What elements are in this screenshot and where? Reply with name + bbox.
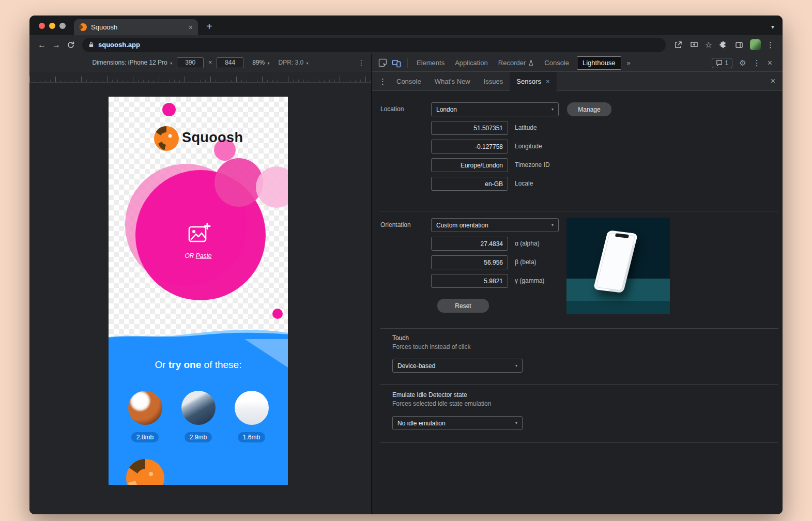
drawer-tab-whats-new[interactable]: What's New: [428, 72, 477, 91]
share-button[interactable]: [673, 40, 683, 50]
forward-button[interactable]: →: [49, 38, 64, 52]
zoom-window-button[interactable]: [59, 23, 66, 29]
zoom-dropdown[interactable]: 89% ▾: [252, 59, 269, 66]
orientation-3d-preview[interactable]: [566, 218, 670, 314]
idle-value: No idle emulation: [397, 420, 446, 427]
settings-gear-icon[interactable]: ⚙: [739, 59, 746, 67]
drawer-menu-icon[interactable]: ⋮: [376, 78, 390, 85]
timezone-input[interactable]: Europe/London: [431, 158, 508, 172]
latitude-input[interactable]: 51.507351: [431, 121, 508, 135]
profile-avatar[interactable]: [750, 39, 761, 50]
longitude-input[interactable]: -0.127758: [431, 140, 508, 154]
tab-console[interactable]: Console: [539, 54, 574, 72]
browser-menu-icon[interactable]: ⋮: [767, 41, 774, 49]
idle-title: Emulate Idle Detector state: [392, 391, 467, 399]
section-divider: [380, 442, 778, 443]
sample-images: 2.8mb 2.9mb 1.6mb: [109, 391, 288, 442]
devtools-panel: Elements Application Recorder Console Li…: [371, 54, 783, 514]
locale-input[interactable]: en-GB: [431, 177, 508, 191]
back-button[interactable]: ←: [35, 38, 49, 52]
dpr-dropdown[interactable]: DPR: 3.0 ▾: [279, 59, 309, 66]
gamma-input[interactable]: 5.9821: [431, 274, 508, 288]
close-devtools-icon[interactable]: ×: [768, 59, 772, 67]
chevron-down-icon: ▾: [170, 61, 172, 66]
samples-section: Or try one of these: 2.8mb 2.9mb: [109, 339, 288, 485]
open-in-new-icon: [674, 41, 682, 49]
sample-image-screenshot[interactable]: [235, 391, 269, 425]
drawer-tab-issues[interactable]: Issues: [477, 72, 510, 91]
minimize-window-button[interactable]: [49, 23, 55, 29]
close-sensors-tab-icon[interactable]: ×: [546, 78, 550, 85]
sensors-panel: Location London ▾ Manage 51.507351 Latit…: [372, 91, 783, 514]
drawer-tab-console[interactable]: Console: [390, 72, 428, 91]
inspect-element-button[interactable]: [377, 57, 389, 69]
bookmark-star-icon[interactable]: ☆: [705, 41, 712, 49]
devtools-menu-icon[interactable]: ⋮: [753, 59, 761, 67]
devtools-main-toolbar: Elements Application Recorder Console Li…: [372, 54, 783, 72]
devtools-drawer-toolbar: ⋮ Console What's New Issues Sensors × ×: [372, 72, 783, 91]
idle-select[interactable]: No idle emulation ▾: [392, 416, 523, 430]
touch-title: Touch: [392, 334, 409, 342]
chevron-down-icon: ▾: [547, 223, 554, 227]
squoosh-favicon-icon: [79, 23, 87, 31]
extensions-button[interactable]: [718, 40, 728, 50]
sample-image-artwork[interactable]: [181, 391, 216, 425]
more-tabs-chevron-icon[interactable]: »: [624, 59, 634, 67]
new-tab-button[interactable]: +: [206, 21, 212, 32]
sample-screenshot: 1.6mb: [235, 391, 269, 442]
address-bar[interactable]: squoosh.app: [82, 38, 666, 52]
window-content: Dimensions: iPhone 12 Pro ▾ 390 × 844 89…: [29, 54, 783, 514]
manage-button[interactable]: Manage: [567, 102, 611, 116]
reload-icon: [67, 41, 75, 49]
drawer-tab-sensors[interactable]: Sensors ×: [510, 72, 556, 91]
sample-red-panda: 2.8mb: [128, 391, 162, 442]
touch-value: Device-based: [397, 362, 435, 370]
device-toolbar-icon: [392, 58, 401, 68]
browser-tab[interactable]: Squoosh ×: [74, 19, 198, 35]
issues-count: 1: [725, 59, 729, 67]
device-toolbar-menu-icon[interactable]: ⋮: [358, 58, 365, 67]
viewport-height-input[interactable]: 844: [217, 57, 243, 68]
paste-link[interactable]: Paste: [196, 252, 212, 259]
tab-search-chevron-icon[interactable]: ▾: [771, 24, 774, 30]
tab-recorder[interactable]: Recorder: [493, 54, 539, 72]
install-app-button[interactable]: [689, 40, 699, 50]
beta-label: β (beta): [515, 255, 537, 269]
longitude-label: Longitude: [515, 140, 542, 154]
inspect-cursor-icon: [378, 58, 388, 68]
dimensions-times-label: ×: [208, 59, 212, 66]
issues-counter-button[interactable]: 1: [712, 58, 733, 68]
reset-button[interactable]: Reset: [437, 299, 489, 313]
chevron-down-icon: ▾: [511, 363, 517, 368]
tab-close-icon[interactable]: ×: [189, 24, 193, 31]
alpha-input[interactable]: 27.4834: [431, 237, 508, 251]
toolbar-icons: ☆ ⋮: [670, 39, 777, 50]
tab-application[interactable]: Application: [450, 54, 493, 72]
toggle-device-toolbar-button[interactable]: [390, 57, 403, 69]
toolbar-separator: [407, 58, 408, 68]
close-window-button[interactable]: [39, 23, 45, 29]
orientation-select[interactable]: Custom orientation ▾: [431, 218, 559, 232]
puzzle-icon: [719, 41, 727, 49]
touch-select[interactable]: Device-based ▾: [392, 359, 523, 373]
viewport-width-input[interactable]: 390: [177, 57, 204, 68]
device-dimensions-label: Dimensions: iPhone 12 Pro: [92, 59, 167, 66]
device-dimensions-dropdown[interactable]: Dimensions: iPhone 12 Pro ▾: [92, 59, 172, 66]
side-panel-icon: [735, 41, 743, 49]
sample-image-red-panda[interactable]: [128, 391, 162, 425]
paste-hint: OR Paste: [109, 252, 288, 259]
emulated-page: Squoosh OR Paste: [109, 97, 288, 485]
location-value: London: [436, 106, 457, 113]
location-select[interactable]: London ▾: [431, 102, 559, 116]
devtools-toolbar-actions: 1 ⚙ ⋮ ×: [712, 58, 777, 68]
location-label: Location: [380, 102, 404, 116]
close-drawer-icon[interactable]: ×: [771, 77, 775, 85]
beta-input[interactable]: 56.956: [431, 255, 508, 269]
orientation-value: Custom orientation: [436, 222, 488, 229]
zoom-value: 89%: [252, 59, 265, 66]
reload-button[interactable]: [64, 38, 78, 52]
tab-elements[interactable]: Elements: [411, 54, 450, 72]
side-panel-button[interactable]: [734, 40, 744, 50]
tab-lighthouse[interactable]: Lighthouse: [577, 56, 621, 70]
url-text: squoosh.app: [98, 41, 140, 49]
